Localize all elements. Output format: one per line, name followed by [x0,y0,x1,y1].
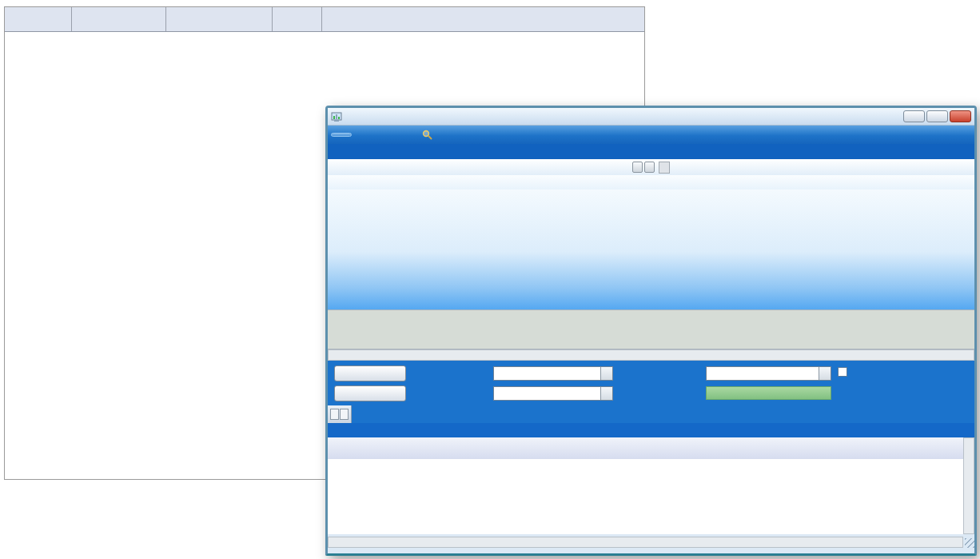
fifo-status-value [706,386,831,400]
packet-list-header [5,7,644,32]
magnifier-icon [422,130,432,140]
dropdown-arrow-icon[interactable] [600,367,612,380]
minimize-button[interactable] [903,110,925,122]
col-header-source[interactable] [72,7,166,31]
table-header [328,437,963,459]
status-info-bar [328,144,974,159]
slider-handle-left[interactable] [632,162,643,173]
per-second-option[interactable] [838,367,851,377]
slider-handle-right[interactable] [644,162,655,173]
stats-bar [328,423,974,437]
ip-stations-table [328,437,974,534]
report-tabs [328,405,974,423]
maximize-button[interactable] [926,110,948,122]
app-icon [331,111,342,122]
slider-range-text [659,162,670,174]
screen [0,0,980,559]
start-button[interactable] [331,133,352,137]
col-header-type[interactable] [273,7,322,31]
timeline-navigator[interactable] [328,309,974,349]
table-vertical-scrollbar[interactable] [963,437,974,534]
screen-resolution-select[interactable] [493,366,613,381]
analyze-button[interactable] [422,130,436,140]
window-resize-grip[interactable] [965,538,974,548]
col-header-pkt[interactable] [5,7,72,31]
chart-title [328,175,974,190]
table-horizontal-scrollbar[interactable] [328,537,963,548]
toolbar [328,126,974,144]
navigator-scrollbar[interactable] [328,349,974,361]
update-reports-button[interactable] [334,385,406,401]
tab-scroll-left-icon[interactable] [330,409,339,420]
update-chart-button[interactable] [334,365,406,381]
col-header-destination[interactable] [166,7,273,31]
statistics-interval-select[interactable] [493,386,613,401]
tab-scroller [328,405,352,423]
time-range-slider [328,159,974,175]
data-type-select[interactable] [706,366,831,381]
dropdown-arrow-icon[interactable] [819,367,831,380]
per-second-checkbox[interactable] [838,367,847,377]
gigastor-window [325,106,977,556]
col-header-detail [322,7,644,31]
dropdown-arrow-icon[interactable] [600,387,612,400]
tab-scroll-right-icon[interactable] [340,409,349,420]
close-button[interactable] [950,110,971,122]
controls-panel [328,361,974,405]
bits-per-second-chart[interactable] [328,190,974,309]
window-titlebar[interactable] [328,108,974,126]
